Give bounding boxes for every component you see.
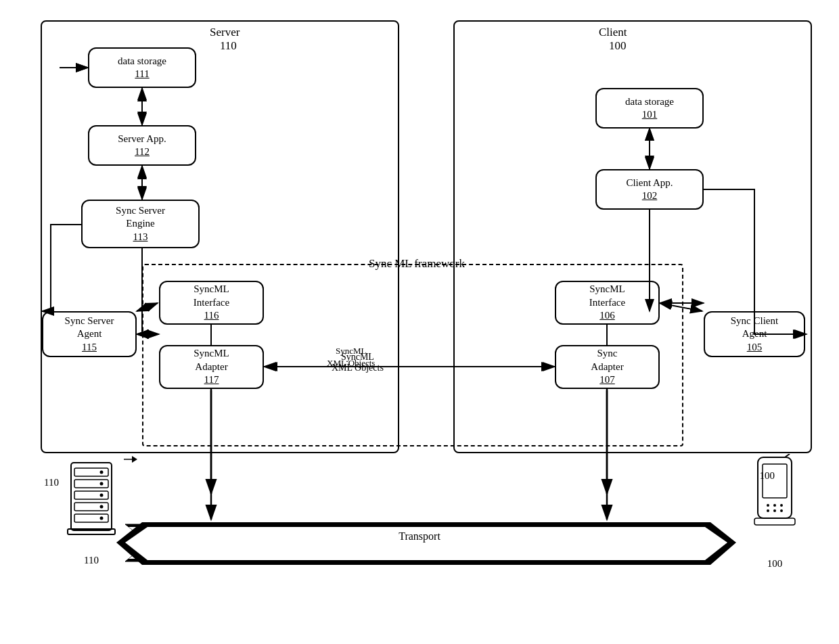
client-illustration-label: 100 — [748, 558, 802, 570]
server-number: 110 — [220, 39, 237, 53]
data-storage-client-number: 101 — [642, 108, 658, 122]
data-storage-server-number: 111 — [135, 68, 149, 81]
syncml-adapter-box: SyncMLAdapter 117 — [159, 345, 264, 389]
svg-rect-22 — [71, 463, 112, 530]
phone-illustration: 100 — [748, 454, 802, 570]
svg-point-29 — [100, 471, 104, 474]
sync-adapter-number: 107 — [599, 373, 615, 387]
syncml-adapter-number: 117 — [204, 373, 219, 387]
client-app-number: 102 — [642, 189, 658, 203]
syncml-interface-client-box: SyncMLInterface 106 — [555, 281, 660, 325]
svg-point-32 — [100, 505, 104, 509]
svg-point-41 — [780, 504, 783, 507]
sync-adapter-label: SyncAdapter — [591, 347, 623, 373]
client-number: 100 — [609, 39, 627, 53]
transport-label: Transport — [399, 530, 440, 543]
data-storage-client-label: data storage — [625, 95, 674, 109]
sync-server-engine-box: Sync ServerEngine 113 — [81, 200, 200, 248]
syncml-framework-label: Sync ML framework — [369, 257, 465, 271]
sync-server-engine-number: 113 — [133, 231, 148, 244]
syncml-interface-client-number: 106 — [599, 309, 615, 323]
server-app-label: Server App. — [118, 133, 166, 146]
syncml-interface-server-box: SyncMLInterface 116 — [159, 281, 264, 325]
syncml-adapter-label: SyncMLAdapter — [194, 347, 229, 373]
sync-server-engine-label: Sync ServerEngine — [116, 204, 165, 231]
sync-server-agent-label: Sync ServerAgent — [65, 315, 114, 341]
svg-point-40 — [773, 504, 776, 507]
svg-point-43 — [773, 509, 776, 512]
server-app-number: 112 — [135, 145, 150, 159]
client-label: Client — [599, 26, 627, 39]
diagram: Server 110 Client 100 Sync ML framework … — [0, 0, 839, 644]
svg-rect-45 — [754, 518, 795, 525]
syncml-interface-client-label: SyncMLInterface — [589, 283, 625, 309]
data-storage-server-label: data storage — [118, 55, 166, 68]
sync-server-agent-box: Sync ServerAgent 115 — [42, 311, 137, 357]
data-storage-client-box: data storage 101 — [595, 88, 704, 129]
svg-point-30 — [100, 482, 104, 486]
client-app-box: Client App. 102 — [595, 169, 704, 210]
server-illustration: 110 — [58, 456, 125, 566]
svg-point-42 — [767, 509, 769, 512]
svg-marker-60 — [116, 522, 736, 565]
svg-marker-35 — [132, 456, 137, 463]
server-app-box: Server App. 112 — [88, 125, 196, 166]
syncml-xml-objects: SyncMLXML Objects — [327, 345, 375, 369]
svg-point-31 — [100, 494, 104, 497]
sync-client-agent-label: Sync ClientAgent — [731, 315, 778, 341]
server-ref-label: 110 — [44, 477, 59, 488]
client-ref-label: 100 — [760, 470, 775, 482]
sync-client-agent-number: 105 — [747, 341, 763, 354]
syncml-interface-server-number: 116 — [204, 309, 219, 323]
data-storage-server-box: data storage 111 — [88, 47, 196, 88]
sync-adapter-box: SyncAdapter 107 — [555, 345, 660, 389]
syncml-interface-server-label: SyncMLInterface — [194, 283, 229, 309]
server-illustration-label: 110 — [58, 555, 125, 566]
svg-point-39 — [767, 504, 769, 507]
sync-server-agent-number: 115 — [82, 341, 97, 354]
sync-client-agent-box: Sync ClientAgent 105 — [704, 311, 805, 357]
client-app-label: Client App. — [626, 177, 673, 190]
svg-point-33 — [100, 517, 104, 520]
server-label: Server — [210, 26, 240, 39]
svg-point-44 — [780, 509, 783, 512]
